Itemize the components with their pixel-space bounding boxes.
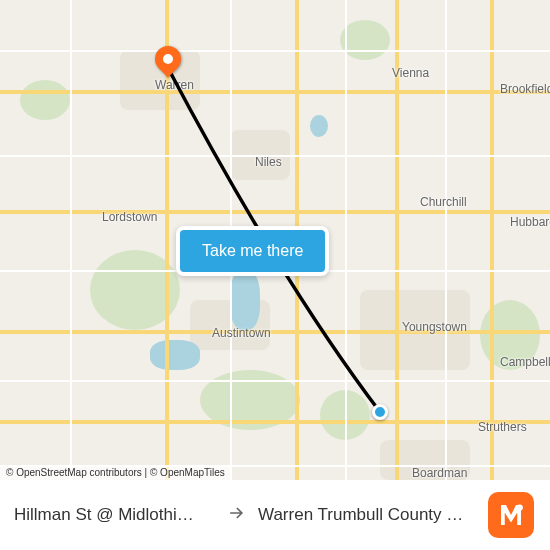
svg-point-0 (517, 504, 523, 510)
route-footer: Hillman St @ Midlothi… Warren Trumbull C… (0, 480, 550, 550)
city-label: Austintown (212, 326, 271, 340)
city-label: Hubbard (510, 215, 550, 229)
map-route-card: Warren Vienna Brookfield Niles Lordstown… (0, 0, 550, 550)
origin-label: Hillman St @ Midlothi… (14, 505, 214, 525)
map-viewport[interactable]: Warren Vienna Brookfield Niles Lordstown… (0, 0, 550, 480)
city-label: Campbell (500, 355, 550, 369)
city-label: Youngstown (402, 320, 467, 334)
destination-label: Warren Trumbull County … (258, 505, 478, 525)
city-label: Struthers (478, 420, 527, 434)
city-label: Churchill (420, 195, 467, 209)
origin-marker[interactable] (372, 404, 388, 420)
city-label: Lordstown (102, 210, 157, 224)
arrow-right-icon (226, 503, 246, 527)
pin-icon (150, 41, 187, 78)
take-me-there-button[interactable]: Take me there (176, 226, 329, 276)
attribution-osm: © OpenStreetMap contributors (6, 467, 142, 478)
city-label: Niles (255, 155, 282, 169)
city-label: Warren (155, 78, 194, 92)
destination-marker[interactable] (155, 46, 181, 72)
city-label: Boardman (412, 466, 467, 480)
city-label: Vienna (392, 66, 429, 80)
attribution-tiles: © OpenMapTiles (150, 467, 225, 478)
city-label: Brookfield (500, 82, 550, 96)
map-attribution: © OpenStreetMap contributors | © OpenMap… (0, 465, 231, 480)
moovit-logo-icon[interactable] (488, 492, 534, 538)
